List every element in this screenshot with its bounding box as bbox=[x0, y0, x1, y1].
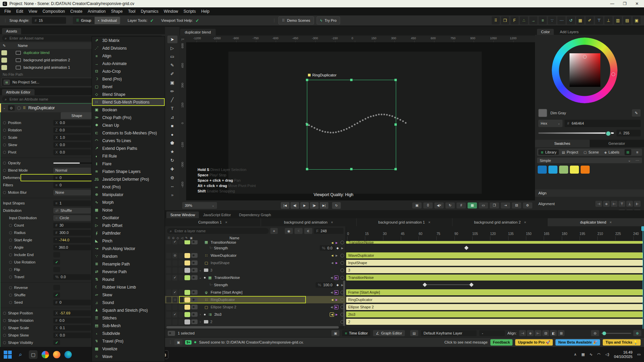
keyframe-diamond-icon[interactable]: ◆ bbox=[336, 246, 339, 250]
maximize-button[interactable]: ❐ bbox=[623, 1, 627, 6]
layer-row-inputshape[interactable]: ▢InputShape◀▶ bbox=[165, 259, 345, 266]
layer-color-chip[interactable] bbox=[184, 290, 190, 295]
layer-filter-select[interactable]: - bbox=[479, 330, 505, 336]
attribute-editor-tab[interactable]: Attribute Editor bbox=[2, 89, 35, 95]
menu-item-random[interactable]: ∵Random bbox=[92, 252, 165, 260]
source-library-button[interactable]: ≣Library bbox=[538, 149, 559, 155]
chevron-icon[interactable]: › bbox=[199, 320, 202, 323]
align-bars-icon[interactable]: ≡ bbox=[539, 16, 547, 24]
panel-tab-scene-window[interactable]: Scene Window bbox=[166, 212, 199, 218]
menu-item-subdivide[interactable]: ‹Subdivide bbox=[92, 329, 165, 337]
tool-6-icon[interactable]: ✏ bbox=[167, 87, 177, 95]
sync-icon[interactable]: ↻ bbox=[445, 202, 455, 208]
property-value-field[interactable]: %100.0 bbox=[316, 282, 335, 288]
keyframe-circle-icon[interactable] bbox=[340, 276, 344, 280]
generator-tab[interactable]: Generator bbox=[590, 140, 644, 147]
time-editor-button[interactable]: ≡ Time Editor bbox=[342, 330, 370, 336]
menu-item-blend-shape[interactable]: ◇Blend Shape bbox=[92, 90, 165, 98]
lock-cell[interactable] bbox=[166, 297, 171, 303]
keyframe-circle-icon[interactable] bbox=[340, 241, 344, 244]
menu-window[interactable]: Window bbox=[161, 8, 180, 14]
layer-row-transitionnoise[interactable]: ✓▦TransitionNoise◀▶ bbox=[165, 240, 345, 244]
selection-handle[interactable] bbox=[394, 168, 397, 170]
source-scene-button[interactable]: ▢Scene bbox=[581, 149, 601, 155]
alpha-value-field[interactable]: A 255 bbox=[616, 130, 641, 136]
attribute-value-field[interactable]: X0.0 bbox=[53, 333, 91, 338]
swatch-2[interactable] bbox=[559, 166, 568, 174]
speaker-icon[interactable]: ◁) bbox=[605, 352, 609, 357]
extra-cell[interactable] bbox=[178, 290, 183, 295]
prev-key-icon[interactable]: ◀ bbox=[330, 254, 334, 257]
keyframe-dot[interactable] bbox=[3, 162, 6, 165]
tool-10-icon[interactable]: ■ bbox=[167, 122, 177, 130]
align-button-1[interactable]: ≑ bbox=[603, 201, 610, 207]
attribute-value-field[interactable]: %0.0 bbox=[53, 274, 91, 280]
timeline-bar[interactable]: Frame [Start Angle] bbox=[346, 289, 643, 295]
swatches-tab[interactable]: Swatches bbox=[535, 140, 590, 147]
menu-item-voxelize[interactable]: ▩Voxelize bbox=[92, 345, 165, 353]
render-toggle[interactable] bbox=[191, 260, 198, 265]
visibility-cell[interactable]: ✓ bbox=[172, 275, 177, 281]
layer-color-chip[interactable] bbox=[184, 319, 190, 324]
status-button-new-beta-available-[interactable]: New Beta Available 🎉 bbox=[555, 339, 600, 346]
tool-7-icon[interactable]: ╱ bbox=[167, 96, 177, 104]
more-options-icon[interactable]: ⋯ bbox=[636, 158, 639, 163]
color-wheel[interactable] bbox=[535, 35, 644, 107]
zoom-out-icon[interactable]: ⊖ bbox=[591, 330, 599, 336]
extra-cell[interactable] bbox=[178, 260, 183, 266]
extra-cell[interactable] bbox=[178, 267, 183, 273]
play-button[interactable]: ▶ bbox=[300, 202, 309, 209]
selection-handle[interactable] bbox=[306, 168, 308, 170]
menu-item-javascript-deformer-pro-[interactable]: JSJavaScript Deformer (Pro) bbox=[92, 175, 165, 183]
layer-color-chip[interactable] bbox=[184, 275, 190, 280]
next-key-icon[interactable]: ▶ bbox=[340, 247, 344, 250]
kf-align-button-3[interactable]: ⊟ bbox=[542, 330, 549, 336]
keyframe-circle-icon[interactable] bbox=[340, 254, 344, 257]
curve-icon[interactable]: ↺ bbox=[567, 16, 575, 24]
menu-view[interactable]: View bbox=[26, 8, 40, 14]
close-icon[interactable]: × bbox=[225, 220, 227, 224]
align-button-2[interactable]: ⊢ bbox=[611, 201, 618, 207]
timeline-bar[interactable]: Ellipse Shape 2 bbox=[346, 304, 643, 310]
align-button-3[interactable]: ⊤ bbox=[619, 201, 625, 207]
minimize-button[interactable]: — bbox=[610, 1, 614, 6]
selection-handle[interactable] bbox=[394, 79, 397, 81]
kf-align-button-1[interactable]: ≑ bbox=[527, 330, 534, 336]
layer-search-input[interactable] bbox=[174, 229, 266, 233]
loop-button[interactable]: ↻ bbox=[332, 202, 341, 209]
timeline-zoom-slider[interactable] bbox=[601, 333, 631, 334]
layer-tools-checkbox[interactable]: ✓ bbox=[150, 18, 154, 23]
attribute-dropdown[interactable]: ⇄Shuffle bbox=[53, 208, 91, 214]
snap-angle-input[interactable]: # 15 bbox=[32, 17, 66, 24]
tray-grid-icon[interactable]: ▦ bbox=[581, 352, 585, 357]
comp-tab-duplicator-blend[interactable]: duplicator blend× bbox=[548, 218, 644, 226]
keyframe-dot[interactable] bbox=[3, 326, 6, 329]
list-view-icon[interactable]: ≡ bbox=[634, 149, 641, 155]
tool-1-icon[interactable]: ▷ bbox=[167, 44, 177, 52]
attribute-value-field[interactable]: X0.0 bbox=[53, 149, 91, 155]
tool-3-icon[interactable]: ✎ bbox=[167, 61, 177, 69]
menu-shape[interactable]: Shape bbox=[109, 8, 125, 14]
attribute-value-field[interactable]: X0.0 bbox=[53, 142, 91, 148]
menu-item-clean-up[interactable]: ✱Clean Up bbox=[92, 121, 165, 129]
selection-handle[interactable] bbox=[350, 168, 353, 170]
menu-item-sub-mesh[interactable]: ▤Sub-Mesh bbox=[92, 322, 165, 329]
attribute-value-field[interactable]: X0.1 bbox=[53, 325, 91, 331]
grid-view-icon[interactable]: ⊞ bbox=[625, 149, 631, 155]
checkbox-unchecked[interactable] bbox=[53, 267, 60, 272]
menu-item-manipulator[interactable]: ⊕Manipulator bbox=[92, 191, 165, 198]
chevron-icon[interactable]: › bbox=[199, 313, 202, 316]
prev-key-icon[interactable]: ◀ bbox=[330, 298, 334, 301]
menu-item-add-divisions[interactable]: ⋰Add Divisions bbox=[92, 44, 165, 52]
windows-start-button[interactable] bbox=[3, 350, 12, 359]
menu-item-bend-pro-[interactable]: ☽Bend (Pro) bbox=[92, 75, 165, 83]
chrome-icon[interactable] bbox=[42, 351, 49, 358]
swatch-4[interactable] bbox=[581, 166, 590, 174]
lock-cell[interactable] bbox=[166, 253, 171, 258]
timeline-row[interactable]: RingDuplicator bbox=[346, 296, 644, 303]
kf-align-button-4[interactable]: ◧ bbox=[550, 330, 557, 336]
firefox-icon[interactable] bbox=[53, 351, 60, 358]
extra-cell[interactable] bbox=[178, 253, 183, 258]
frame-badge-icon[interactable]: F bbox=[511, 16, 519, 24]
menu-item-skew[interactable]: ▱Skew bbox=[92, 291, 165, 299]
